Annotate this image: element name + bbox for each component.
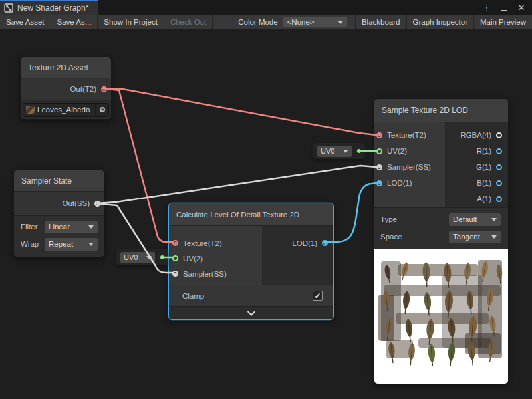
port-row-a: A(1) (445, 191, 502, 207)
graph-canvas[interactable]: Texture 2D Asset Out(T2) Leaves_Albedo S… (0, 29, 532, 399)
tab-title: New Shader Graph* (17, 3, 88, 13)
texture-input-port[interactable] (172, 240, 178, 246)
collapse-chevron-icon (247, 311, 256, 316)
port-row-sampler: Sampler(SS) (376, 159, 445, 175)
texture-thumbnail (26, 106, 35, 114)
port-row-lod: LOD(1) (376, 175, 445, 191)
preview-image (374, 249, 508, 384)
clamp-row: Clamp ✓ (169, 285, 333, 306)
shader-graph-icon (4, 3, 13, 13)
g-output-port[interactable] (496, 164, 502, 170)
collapse-bar[interactable] (169, 306, 333, 319)
graph-inspector-button[interactable]: Graph Inspector (406, 15, 473, 29)
r-output-port[interactable] (496, 148, 502, 154)
sampler-input-port[interactable] (376, 164, 382, 170)
texture-asset-field-row: Leaves_Albedo (21, 100, 111, 119)
space-label: Space (380, 233, 449, 241)
space-dropdown[interactable]: Tangent (449, 231, 501, 243)
shader-graph-window: New Shader Graph* ⋮ ✕ Save Asset Save As… (0, 0, 532, 399)
node-calculate-lod-texture-2d[interactable]: Calculate Level Of Detail Texture 2D Tex… (168, 203, 334, 320)
uv-default-widget: UV0 (313, 143, 365, 159)
chevron-down-icon (491, 235, 497, 239)
port-row-out-ss: Out(SS) (14, 192, 104, 215)
port-row-out-t2: Out(T2) (21, 78, 111, 100)
window-controls: ⋮ ✕ (481, 0, 532, 15)
edge-texture-to-calculate[interactable] (103, 88, 173, 242)
window-tab-bar: New Shader Graph* ⋮ ✕ (0, 0, 532, 15)
a-output-port[interactable] (496, 196, 502, 202)
edge-texture-to-sample[interactable] (103, 88, 376, 135)
sample-settings: Type Default Space Tangent (374, 207, 508, 249)
chevron-down-icon (146, 256, 152, 259)
blackboard-button[interactable]: Blackboard (355, 15, 406, 29)
type-label: Type (380, 215, 449, 223)
rgba-output-port[interactable] (496, 132, 502, 138)
port-row-lod-out: LOD(1) (262, 235, 328, 251)
b-output-port[interactable] (496, 180, 502, 186)
show-in-project-button[interactable]: Show In Project (98, 15, 164, 29)
port-row-uv: UV(2) (376, 143, 445, 159)
type-dropdown[interactable]: Default (449, 213, 501, 226)
uv-input-port[interactable] (172, 255, 178, 261)
port-row-texture: Texture(T2) (172, 235, 262, 251)
port-row-r: R(1) (445, 143, 502, 159)
sampler-settings: Filter Linear Wrap Repeat (14, 215, 104, 257)
chevron-down-icon (88, 243, 94, 246)
node-sample-texture-2d-lod[interactable]: Sample Texture 2D LOD Texture(T2) UV(2) (374, 98, 509, 384)
uv-connector-dot (357, 149, 361, 153)
check-out-button: Check Out (164, 15, 213, 29)
document-tab[interactable]: New Shader Graph* (0, 0, 98, 15)
uv-input-port[interactable] (376, 148, 382, 154)
filter-label: Filter (21, 223, 45, 231)
color-mode-label: Color Mode (233, 15, 283, 29)
color-mode-dropdown[interactable]: <None> (283, 17, 347, 27)
close-icon[interactable]: ✕ (516, 2, 527, 13)
lod-output-port[interactable] (322, 240, 328, 246)
node-sampler-state[interactable]: Sampler State Out(SS) Filter Linear Wrap (13, 170, 105, 257)
chevron-down-icon (343, 150, 348, 153)
node-title: Sample Texture 2D LOD (374, 99, 508, 122)
port-row-sampler: Sampler(SS) (172, 266, 262, 281)
out-t2-port[interactable] (101, 86, 107, 92)
window-menu-icon[interactable]: ⋮ (481, 2, 492, 13)
save-asset-button[interactable]: Save Asset (0, 15, 51, 29)
node-title: Texture 2D Asset (21, 57, 111, 78)
toolbar: Save Asset Save As... Show In Project Ch… (0, 15, 532, 29)
uv-channel-dropdown[interactable]: UV0 (120, 252, 155, 263)
chevron-down-icon (338, 21, 343, 24)
filter-dropdown[interactable]: Linear (45, 221, 98, 233)
port-row-rgba: RGBA(4) (445, 127, 502, 143)
maximize-icon[interactable] (499, 2, 509, 13)
wrap-label: Wrap (21, 240, 45, 248)
port-row-texture: Texture(T2) (376, 127, 445, 143)
texture-input-port[interactable] (376, 132, 382, 138)
chevron-down-icon (88, 225, 94, 229)
out-ss-port[interactable] (94, 201, 100, 207)
clamp-checkbox[interactable]: ✓ (313, 291, 323, 301)
wrap-dropdown[interactable]: Repeat (45, 238, 98, 251)
uv-channel-dropdown[interactable]: UV0 (317, 146, 352, 157)
port-row-uv: UV(2) (172, 251, 262, 266)
node-texture-2d-asset[interactable]: Texture 2D Asset Out(T2) Leaves_Albedo (20, 57, 112, 120)
lod-input-port[interactable] (376, 180, 382, 186)
uv-default-widget: UV0 (116, 249, 168, 265)
main-preview-button[interactable]: Main Preview (473, 15, 532, 29)
uv-connector-dot (160, 255, 164, 259)
node-title: Calculate Level Of Detail Texture 2D (169, 203, 333, 226)
object-picker-icon[interactable] (95, 104, 108, 116)
edge-sampler-to-sample[interactable] (96, 166, 376, 203)
port-row-b: B(1) (445, 175, 502, 191)
texture-object-field[interactable]: Leaves_Albedo (23, 103, 109, 117)
sampler-input-port[interactable] (172, 271, 178, 277)
chevron-down-icon (491, 218, 497, 221)
node-title: Sampler State (14, 170, 104, 192)
port-row-g: G(1) (445, 159, 502, 175)
save-as-button[interactable]: Save As... (51, 15, 98, 29)
